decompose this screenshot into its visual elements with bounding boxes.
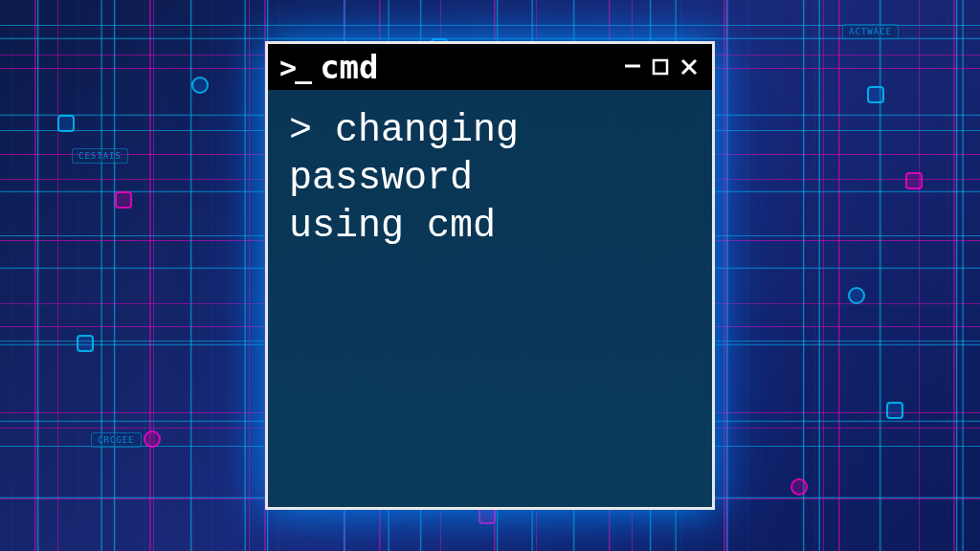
terminal-content: > changing password using cmd: [289, 107, 691, 251]
maximize-button[interactable]: [651, 57, 672, 77]
terminal-window: >_ cmd > changing password using cmd: [265, 41, 715, 510]
titlebar[interactable]: >_ cmd: [268, 44, 712, 90]
terminal-line-2: password: [289, 157, 473, 200]
minimize-button[interactable]: [622, 55, 643, 79]
svg-rect-1: [654, 60, 667, 74]
prompt-symbol: >: [289, 109, 312, 152]
terminal-line-3: using cmd: [289, 205, 496, 248]
close-button[interactable]: [679, 57, 701, 77]
terminal-line-1: changing: [335, 109, 519, 152]
window-controls: [622, 55, 701, 79]
window-title: cmd: [320, 48, 612, 86]
terminal-body[interactable]: > changing password using cmd: [268, 90, 712, 507]
terminal-prompt-icon: >_: [279, 51, 310, 84]
